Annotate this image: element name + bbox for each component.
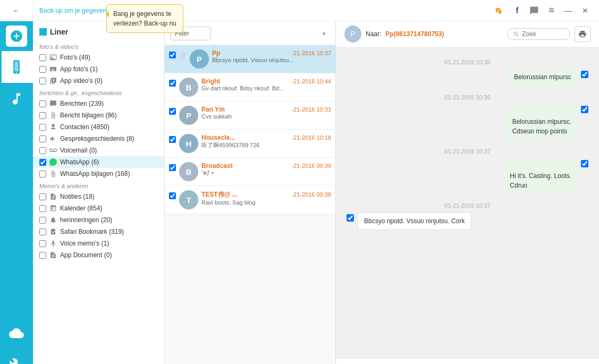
app-videos-label: App video's (0) [60, 77, 103, 84]
msg-item-pan-ym[interactable]: P Pan Ym -21-2016 10:33 Cvs sukkah [165, 101, 335, 130]
bubble-check-1[interactable] [581, 71, 588, 78]
msg-checkbox-housecle[interactable] [169, 136, 176, 143]
whatsapp-bijlagen-icon [49, 170, 57, 178]
key-icon[interactable] [493, 3, 508, 18]
search-input[interactable] [522, 30, 564, 38]
right-header-to-label: Naar: [366, 30, 381, 38]
tree-item-notities[interactable]: Notities (18) [33, 191, 164, 202]
print-button[interactable] [575, 26, 590, 42]
bubble-check-2[interactable] [581, 106, 588, 113]
msg-item-pp[interactable]: 🗑 P Pp -21-2016 10:37 Bbcsyo npotd. Vssu… [165, 45, 335, 73]
tree-item-safari[interactable]: Safari Bookmark (319) [33, 226, 164, 238]
checkbox-fotos[interactable] [39, 54, 46, 61]
close-button[interactable]: ✕ [578, 3, 593, 18]
checkbox-notities[interactable] [39, 193, 46, 200]
chat-row-belorussian-2: Belorussian mlpursc. Cdseuo mop points [347, 104, 588, 140]
voicemail-label: Voicemail (0) [60, 147, 97, 154]
checkbox-gespreksgeschiedenis[interactable] [39, 136, 46, 142]
tree-item-whatsapp[interactable]: WhatsApp (6) [33, 156, 164, 168]
fotos-label: Foto's (49) [60, 54, 90, 61]
msg-body-housecle: Housecle... -21-2016 10:18 听了啊459963789 … [201, 134, 331, 149]
minimize-button[interactable]: — [561, 3, 576, 18]
checkbox-whatsapp[interactable] [39, 159, 46, 166]
tree-item-whatsapp-bijlagen[interactable]: WhatsApp bijlagen (168) [33, 168, 164, 180]
section-label-messages: berichten & ge...ksgeschiedenis [33, 87, 164, 98]
msg-body-pp: Pp -21-2016 10:37 Bbcsyo npotd. Vssuo ni… [212, 49, 331, 63]
facebook-icon[interactable]: f [510, 3, 525, 18]
chat-date-2: 01-21-2016 10:36 [347, 94, 588, 100]
msg-item-housecle[interactable]: H Housecle... -21-2016 10:18 听了啊45996378… [165, 130, 335, 158]
sidebar-item-music[interactable] [0, 83, 33, 115]
checkbox-berichten[interactable] [39, 100, 46, 107]
checkbox-contacten[interactable] [39, 124, 46, 131]
checkbox-app-fotos[interactable] [39, 66, 46, 73]
msg-checkbox-test-wei[interactable] [169, 192, 176, 199]
chat-row-casting: Hi it's. Casting. Loots. Cdruo [347, 158, 588, 194]
sidebar-item-tools[interactable] [0, 349, 33, 364]
chat-date-3: 01-21-2016 10:37 [347, 148, 588, 155]
msg-time-pp: -21-2016 10:37 [291, 50, 331, 56]
menu-icon[interactable]: ≡ [544, 3, 559, 18]
tree-item-voice-memos[interactable]: Voice memo's (1) [33, 238, 164, 249]
right-footer: Herstel naar uw computer ▾ [336, 358, 599, 364]
liner-icon [39, 28, 47, 36]
msg-preview-housecle: 听了啊459963789 726 [201, 141, 331, 149]
checkbox-herinneringen[interactable] [39, 217, 46, 224]
svg-rect-1 [15, 62, 19, 72]
tree-item-berichten[interactable]: Berichten (239) [33, 98, 164, 109]
tree-item-contacten[interactable]: Contacten (4850) [33, 121, 164, 133]
whatsapp-label: WhatsApp (6) [60, 158, 99, 166]
msg-item-bright[interactable]: B Bright -21-2016 10:44 Gv dart nkouf. B… [165, 73, 335, 101]
msg-item-broadcast[interactable]: B Broadcast -21-2016 09:39 ʾəƒ • [165, 158, 335, 186]
checkbox-kalender[interactable] [39, 205, 46, 212]
checkbox-app-document[interactable] [39, 252, 46, 259]
back-button[interactable]: ← [0, 0, 33, 21]
checkbox-voice-memos[interactable] [39, 240, 46, 247]
section-label-media: foto's & video's [33, 40, 164, 52]
tree-item-app-document[interactable]: App Document (0) [33, 249, 164, 261]
tree-item-herinneringen[interactable]: herinneringen (20) [33, 214, 164, 226]
sidebar-item-cloud[interactable] [0, 317, 33, 349]
voicemail-icon [49, 146, 57, 155]
herinneringen-icon [49, 216, 57, 224]
bubble-check-4[interactable] [347, 214, 354, 222]
avatar-pp: P [190, 49, 209, 69]
checkbox-voicemail[interactable] [39, 147, 46, 154]
notities-label: Notities (18) [60, 193, 95, 200]
tree-item-bericht-bijlagen[interactable]: Bericht bijlagen (86) [33, 109, 164, 121]
tree-item-kalender[interactable]: Kalender (854) [33, 202, 164, 214]
search-box [507, 28, 570, 40]
tree-item-app-videos[interactable]: App video's (0) [33, 75, 164, 87]
msg-checkbox-pan-ym[interactable] [169, 108, 176, 115]
bubble-check-3[interactable] [581, 160, 588, 167]
tree-item-fotos[interactable]: Foto's (49) [33, 52, 164, 63]
chat-icon[interactable] [527, 3, 542, 18]
tree-item-app-fotos[interactable]: App foto's (1) [33, 63, 164, 75]
msg-checkbox-pp[interactable] [169, 52, 176, 58]
backup-link[interactable]: Back-up om je gegevens te beschermen >> [33, 7, 486, 14]
msg-time-housecle: -21-2016 10:18 [291, 134, 331, 141]
bericht-bijlagen-label: Bericht bijlagen (86) [60, 112, 117, 119]
msg-body-bright: Bright -21-2016 10:44 Gv dart nkouf. Bds… [201, 78, 331, 91]
back-arrow-icon: ← [13, 7, 20, 14]
msg-checkbox-bright[interactable] [169, 80, 176, 87]
app-logo[interactable] [6, 26, 27, 47]
msg-name-pan-ym: Pan Ym [201, 106, 225, 113]
chat-area: 01-21-2016 10:36 Belorussian mlpursc 01-… [336, 47, 599, 358]
checkbox-whatsapp-bijlagen[interactable] [39, 171, 46, 177]
tree-item-gespreksgeschiedenis[interactable]: Gespreksgeschiedenis (8) [33, 133, 164, 145]
right-header-avatar: P [344, 26, 361, 43]
bubble-bbcsyo: Bbcsyo npotd. Vssuo ninjutsu. Cork [357, 212, 471, 230]
msg-name-pp: Pp [212, 49, 220, 57]
checkbox-safari[interactable] [39, 228, 46, 235]
msg-checkbox-broadcast[interactable] [169, 164, 176, 171]
msg-name-bright: Bright [201, 78, 220, 85]
msg-item-test-wei[interactable]: T TEST伟@ ... -21-2016 09:38 Ravi boots. … [165, 186, 335, 214]
kalender-icon [49, 204, 57, 213]
checkbox-app-videos[interactable] [39, 78, 46, 84]
filter-wrap: Filter Alle Ongelezen [170, 27, 330, 40]
checkbox-bericht-bijlagen[interactable] [39, 112, 46, 119]
sidebar-item-phone[interactable] [0, 51, 33, 83]
delete-icon-pp[interactable]: 🗑 [179, 51, 187, 58]
tree-item-voicemail[interactable]: Voicemail (0) [33, 145, 164, 156]
